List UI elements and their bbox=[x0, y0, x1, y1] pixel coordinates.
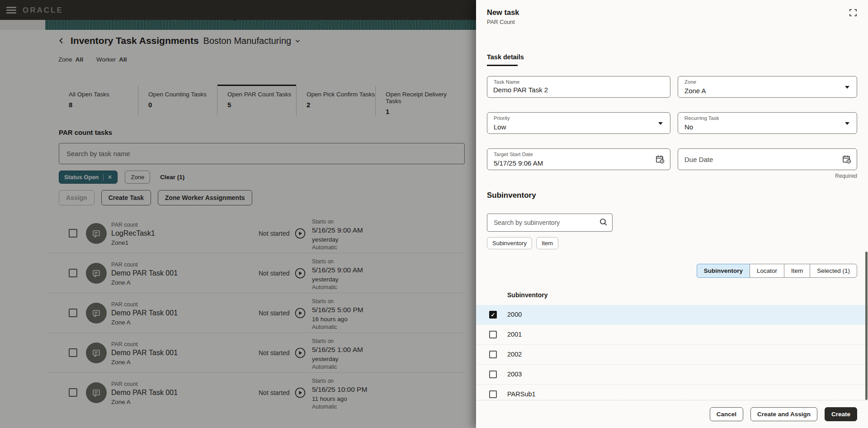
row-checkbox[interactable] bbox=[489, 351, 497, 358]
seg-tab-locator[interactable]: Locator bbox=[750, 264, 784, 277]
subinventory-value: 2000 bbox=[507, 311, 522, 318]
zone-value: Zone A bbox=[684, 87, 706, 95]
seg-tab-subinventory[interactable]: Subinventory bbox=[697, 264, 750, 277]
calendar-clock-icon[interactable] bbox=[655, 154, 665, 166]
priority-value: Low bbox=[494, 123, 506, 131]
zone-label: Zone bbox=[684, 79, 696, 85]
subinventory-search bbox=[487, 214, 613, 232]
target-start-date-field[interactable]: Target Start Date 5/17/25 9:06 AM bbox=[487, 148, 670, 170]
subinventory-value: 2003 bbox=[507, 371, 522, 378]
subinventory-row[interactable]: ✓ 2000 bbox=[476, 305, 868, 325]
recurring-task-label: Recurring Task bbox=[684, 115, 719, 121]
selection-mode-tabs: Subinventory Locator Item Selected (1) bbox=[697, 264, 857, 278]
subinventory-search-input[interactable] bbox=[487, 214, 613, 232]
create-and-assign-button[interactable]: Create and Assign bbox=[750, 407, 817, 421]
subinventory-value: 2001 bbox=[507, 331, 522, 338]
panel-scrollbar[interactable] bbox=[865, 252, 868, 400]
row-checkbox[interactable] bbox=[489, 371, 497, 378]
subinventory-filter-chips: Subinventory Item bbox=[487, 237, 558, 249]
target-start-date-label: Target Start Date bbox=[494, 152, 533, 157]
calendar-clock-icon[interactable] bbox=[842, 154, 852, 166]
due-date-label: Due Date bbox=[684, 156, 713, 163]
due-date-field[interactable]: Due Date bbox=[678, 148, 857, 170]
row-checkbox-checked[interactable]: ✓ bbox=[489, 311, 497, 319]
recurring-task-select[interactable]: Recurring Task No bbox=[678, 112, 857, 134]
search-icon[interactable] bbox=[599, 218, 608, 228]
modal-scrim[interactable] bbox=[0, 0, 476, 428]
zone-select[interactable]: Zone Zone A bbox=[678, 76, 857, 98]
create-button[interactable]: Create bbox=[825, 407, 857, 421]
priority-label: Priority bbox=[494, 115, 510, 121]
row-checkbox[interactable] bbox=[489, 390, 497, 398]
drawer-footer: Cancel Create and Assign Create bbox=[476, 400, 868, 428]
subinventory-row[interactable]: 2003 bbox=[476, 365, 868, 385]
fullscreen-icon bbox=[849, 8, 858, 17]
subinventory-column-header: Subinventory bbox=[507, 291, 547, 299]
target-start-date-value: 5/17/25 9:06 AM bbox=[494, 159, 543, 167]
subinventory-heading: Subinventory bbox=[487, 191, 536, 200]
drawer-subtitle: PAR Count bbox=[487, 19, 515, 25]
priority-select[interactable]: Priority Low bbox=[487, 112, 670, 134]
due-date-required-hint: Required bbox=[678, 173, 857, 179]
tab-active-indicator bbox=[487, 65, 518, 66]
caret-down-icon bbox=[845, 122, 849, 125]
task-name-field[interactable]: Task Name bbox=[487, 76, 670, 98]
subinventory-row[interactable]: 2001 bbox=[476, 325, 868, 345]
drawer-title: New task bbox=[487, 8, 519, 17]
seg-tab-selected[interactable]: Selected (1) bbox=[810, 264, 857, 277]
caret-down-icon bbox=[658, 122, 663, 125]
task-name-input[interactable] bbox=[493, 86, 639, 94]
expand-icon[interactable] bbox=[848, 8, 858, 18]
tab-task-details[interactable]: Task details bbox=[487, 53, 524, 61]
item-chip[interactable]: Item bbox=[536, 237, 558, 249]
row-checkbox[interactable] bbox=[489, 331, 497, 338]
subinventory-table: ✓ 2000 2001 2002 2003 PARSub1 bbox=[476, 305, 868, 404]
task-name-label: Task Name bbox=[494, 79, 520, 85]
cancel-button[interactable]: Cancel bbox=[710, 407, 743, 421]
new-task-drawer: New task PAR Count Task details Task Nam… bbox=[476, 0, 868, 428]
subinventory-chip[interactable]: Subinventory bbox=[487, 237, 532, 249]
recurring-task-value: No bbox=[684, 123, 693, 131]
subinventory-value: PARSub1 bbox=[507, 390, 536, 398]
subinventory-value: 2002 bbox=[507, 351, 522, 358]
app-window: ORACLE Inventory Task Assignments Boston… bbox=[0, 0, 868, 428]
subinventory-row[interactable]: 2002 bbox=[476, 345, 868, 365]
caret-down-icon bbox=[845, 86, 849, 89]
seg-tab-item[interactable]: Item bbox=[784, 264, 810, 277]
